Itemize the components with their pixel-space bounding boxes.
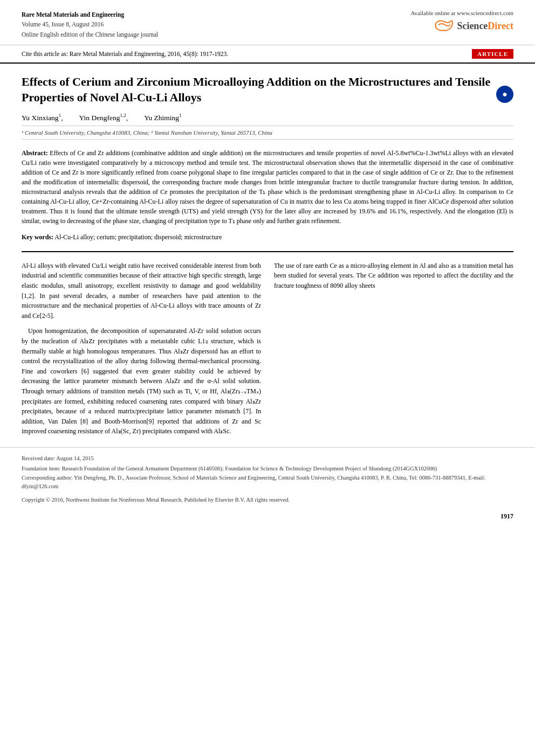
- body-columns: Al-Li alloys with elevated Cu/Li weight …: [22, 261, 513, 442]
- body-para-2: Upon homogenization, the decomposition o…: [22, 326, 261, 436]
- article-title: Effects of Cerium and Zirconium Microall…: [22, 74, 491, 105]
- sciencedirect-logo: ScienceDirect: [410, 18, 513, 33]
- sd-text: ScienceDirect: [457, 20, 513, 32]
- journal-info: Rare Metal Materials and Engineering Vol…: [22, 10, 158, 39]
- authors-list: Yu Xinxiang1, Yin Dengfeng1,2, Yu Zhimin…: [22, 113, 513, 122]
- copyright: Copyright © 2016, Northwest Institute fo…: [22, 496, 513, 505]
- page: Rare Metal Materials and Engineering Vol…: [0, 0, 535, 523]
- body-col-right: The use of rare earth Ce as a micro-allo…: [274, 261, 513, 442]
- article-badge: ARTICLE: [472, 49, 513, 59]
- keywords-section: Key words: Al-Cu-Li alloy; cerium; preci…: [22, 233, 513, 241]
- sd-icon: [434, 18, 454, 33]
- affiliations: ¹ Central South University, Changsha 410…: [22, 126, 513, 140]
- header-right: Available online at www.sciencedirect.co…: [410, 10, 513, 33]
- abstract-label: Abstract:: [22, 149, 48, 157]
- crossmark-icon: ●: [496, 86, 513, 103]
- author-1: Yu Xinxiang1,: [22, 113, 63, 122]
- author-2: Yin Dengfeng1,2,: [79, 113, 128, 122]
- received-date: Received date: August 14, 2015: [22, 454, 513, 463]
- header: Rare Metal Materials and Engineering Vol…: [0, 0, 535, 45]
- body-para-1: Al-Li alloys with elevated Cu/Li weight …: [22, 261, 261, 321]
- corresponding-author: Corresponding author: Yin Dengfeng, Ph. …: [22, 474, 513, 492]
- cite-bar: Cite this article as: Rare Metal Materia…: [0, 45, 535, 64]
- article-title-block: Effects of Cerium and Zirconium Microall…: [22, 74, 513, 105]
- body-para-3: The use of rare earth Ce as a micro-allo…: [274, 261, 513, 291]
- available-online: Available online at www.sciencedirect.co…: [410, 10, 513, 16]
- author-3: Yu Zhiming1: [144, 113, 181, 122]
- keywords-text: Al-Cu-Li alloy; cerium; precipitation; d…: [54, 233, 222, 241]
- page-number: 1917: [0, 510, 535, 523]
- abstract-section: Abstract: Effects of Ce and Zr additions…: [22, 148, 513, 226]
- edition-info: Online English edition of the Chinese la…: [22, 30, 158, 39]
- foundation-item: Foundation item: Research Foundation of …: [22, 464, 513, 474]
- keywords-label: Key words:: [22, 233, 53, 241]
- section-divider: [22, 251, 513, 252]
- main-content: Effects of Cerium and Zirconium Microall…: [0, 64, 535, 447]
- volume-info: Volume 45, Issue 8, August 2016: [22, 19, 158, 29]
- body-col-left: Al-Li alloys with elevated Cu/Li weight …: [22, 261, 261, 442]
- footer-notes: Received date: August 14, 2015 Foundatio…: [0, 447, 535, 510]
- cite-text: Cite this article as: Rare Metal Materia…: [22, 51, 228, 57]
- journal-name: Rare Metal Materials and Engineering: [22, 10, 158, 19]
- abstract-text: Effects of Ce and Zr additions (combinat…: [22, 149, 513, 225]
